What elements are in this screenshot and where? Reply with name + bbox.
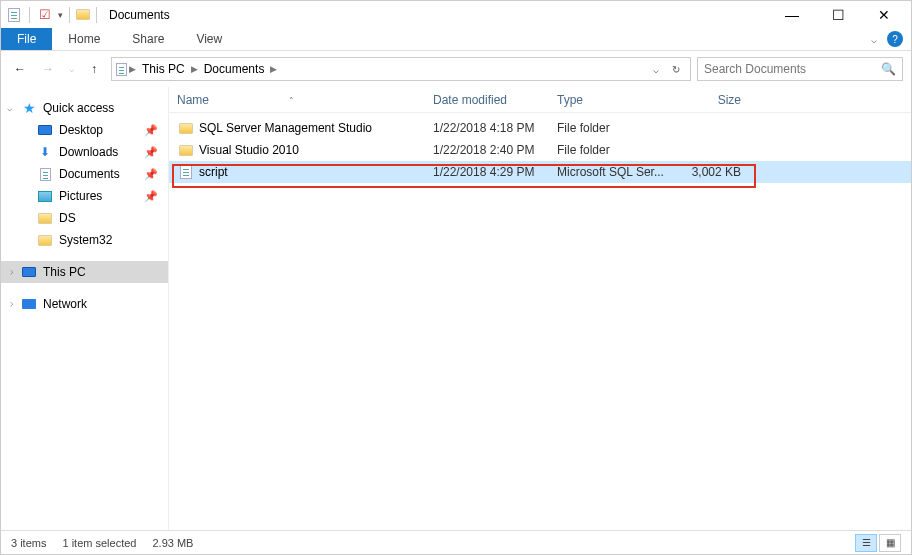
file-row[interactable]: SQL Server Management Studio 1/22/2018 4… <box>169 117 911 139</box>
column-date[interactable]: Date modified <box>433 93 557 107</box>
file-rows: SQL Server Management Studio 1/22/2018 4… <box>169 113 911 183</box>
folder-icon <box>37 210 53 226</box>
search-placeholder: Search Documents <box>704 62 881 76</box>
status-bar: 3 items 1 item selected 2.93 MB ☰ ▦ <box>1 530 911 554</box>
location-icon <box>116 63 127 76</box>
window-controls: — ☐ ✕ <box>769 1 907 28</box>
file-tab[interactable]: File <box>1 28 52 50</box>
chevron-down-icon[interactable]: ⌵ <box>7 103 12 113</box>
file-date: 1/22/2018 4:18 PM <box>433 121 557 135</box>
checkbox-icon[interactable]: ☑ <box>36 6 54 24</box>
sidebar-item-documents[interactable]: Documents 📌 <box>1 163 168 185</box>
file-row[interactable]: script 1/22/2018 4:29 PM Microsoft SQL S… <box>169 161 911 183</box>
column-name[interactable]: Name˄ <box>177 93 433 107</box>
desktop-icon <box>37 122 53 138</box>
sql-file-icon <box>177 164 195 180</box>
ribbon: File Home Share View ⌵ ? <box>1 28 911 51</box>
chevron-right-icon[interactable]: ▶ <box>268 64 279 74</box>
sort-indicator-icon: ˄ <box>289 96 294 106</box>
up-button[interactable]: ↑ <box>83 58 105 80</box>
folder-icon <box>74 6 92 24</box>
file-date: 1/22/2018 4:29 PM <box>433 165 557 179</box>
pin-icon: 📌 <box>144 190 158 203</box>
sidebar-item-label: Quick access <box>43 101 114 115</box>
quick-access-toolbar: ☑ ▾ <box>5 6 74 24</box>
sidebar-this-pc[interactable]: ⌵ This PC <box>1 261 168 283</box>
file-type: Microsoft SQL Ser... <box>557 165 673 179</box>
address-dropdown-icon[interactable]: ⌵ <box>646 64 666 75</box>
breadcrumb-this-pc[interactable]: This PC <box>138 62 189 76</box>
tab-view[interactable]: View <box>180 28 238 50</box>
status-size: 2.93 MB <box>152 537 193 549</box>
column-label: Name <box>177 93 209 107</box>
file-date: 1/22/2018 2:40 PM <box>433 143 557 157</box>
sidebar-network[interactable]: ⌵ Network <box>1 293 168 315</box>
sidebar-item-label: Documents <box>59 167 120 181</box>
sidebar-item-label: System32 <box>59 233 112 247</box>
downloads-icon: ⬇ <box>37 144 53 160</box>
sidebar-item-desktop[interactable]: Desktop 📌 <box>1 119 168 141</box>
pin-icon: 📌 <box>144 124 158 137</box>
documents-icon <box>37 166 53 182</box>
back-button[interactable]: ← <box>9 58 31 80</box>
address-bar[interactable]: ▶ This PC ▶ Documents ▶ ⌵ ↻ <box>111 57 691 81</box>
column-size[interactable]: Size <box>673 93 753 107</box>
sidebar-item-label: This PC <box>43 265 86 279</box>
star-icon: ★ <box>21 100 37 116</box>
details-view-button[interactable]: ☰ <box>855 534 877 552</box>
maximize-button[interactable]: ☐ <box>815 1 861 28</box>
file-name: script <box>195 165 433 179</box>
title-bar: ☑ ▾ Documents — ☐ ✕ <box>1 1 911 28</box>
chevron-right-icon[interactable]: ▶ <box>189 64 200 74</box>
tab-home[interactable]: Home <box>52 28 116 50</box>
forward-button[interactable]: → <box>37 58 59 80</box>
sidebar-item-ds[interactable]: DS <box>1 207 168 229</box>
sidebar-quick-access[interactable]: ⌵ ★ Quick access <box>1 97 168 119</box>
pin-icon: 📌 <box>144 168 158 181</box>
refresh-button[interactable]: ↻ <box>666 64 686 75</box>
folder-icon <box>177 142 195 158</box>
search-box[interactable]: Search Documents 🔍 <box>697 57 903 81</box>
folder-icon <box>37 232 53 248</box>
file-name: SQL Server Management Studio <box>195 121 433 135</box>
close-button[interactable]: ✕ <box>861 1 907 28</box>
file-list-pane: Name˄ Date modified Type Size SQL Server… <box>169 87 911 530</box>
navigation-pane: ⌵ ★ Quick access Desktop 📌 ⬇ Downloads 📌… <box>1 87 169 530</box>
qat-dropdown-icon[interactable]: ▾ <box>58 10 63 20</box>
file-name: Visual Studio 2010 <box>195 143 433 157</box>
sidebar-item-label: Downloads <box>59 145 118 159</box>
minimize-button[interactable]: — <box>769 1 815 28</box>
folder-icon <box>177 120 195 136</box>
pin-icon: 📌 <box>144 146 158 159</box>
status-item-count: 3 items <box>11 537 46 549</box>
network-icon <box>21 296 37 312</box>
file-size: 3,002 KB <box>673 165 753 179</box>
sidebar-item-downloads[interactable]: ⬇ Downloads 📌 <box>1 141 168 163</box>
tab-share[interactable]: Share <box>116 28 180 50</box>
chevron-right-icon[interactable]: ▶ <box>127 64 138 74</box>
sidebar-item-system32[interactable]: System32 <box>1 229 168 251</box>
chevron-right-icon[interactable]: ⌵ <box>5 270 15 275</box>
column-headers: Name˄ Date modified Type Size <box>169 87 911 113</box>
sidebar-item-label: Network <box>43 297 87 311</box>
pictures-icon <box>37 188 53 204</box>
window-title: Documents <box>109 8 170 22</box>
file-row[interactable]: Visual Studio 2010 1/22/2018 2:40 PM Fil… <box>169 139 911 161</box>
breadcrumb-documents[interactable]: Documents <box>200 62 269 76</box>
main-area: ⌵ ★ Quick access Desktop 📌 ⬇ Downloads 📌… <box>1 87 911 530</box>
properties-icon[interactable] <box>5 6 23 24</box>
thumbnails-view-button[interactable]: ▦ <box>879 534 901 552</box>
status-selection: 1 item selected <box>62 537 136 549</box>
recent-dropdown-icon[interactable]: ⌵ <box>65 58 77 80</box>
sidebar-item-label: DS <box>59 211 76 225</box>
help-icon[interactable]: ? <box>887 31 903 47</box>
search-icon: 🔍 <box>881 62 896 76</box>
column-type[interactable]: Type <box>557 93 673 107</box>
this-pc-icon <box>21 264 37 280</box>
file-type: File folder <box>557 121 673 135</box>
ribbon-collapse-icon[interactable]: ⌵ <box>871 34 877 45</box>
sidebar-item-label: Pictures <box>59 189 102 203</box>
chevron-right-icon[interactable]: ⌵ <box>5 302 15 307</box>
file-type: File folder <box>557 143 673 157</box>
sidebar-item-pictures[interactable]: Pictures 📌 <box>1 185 168 207</box>
